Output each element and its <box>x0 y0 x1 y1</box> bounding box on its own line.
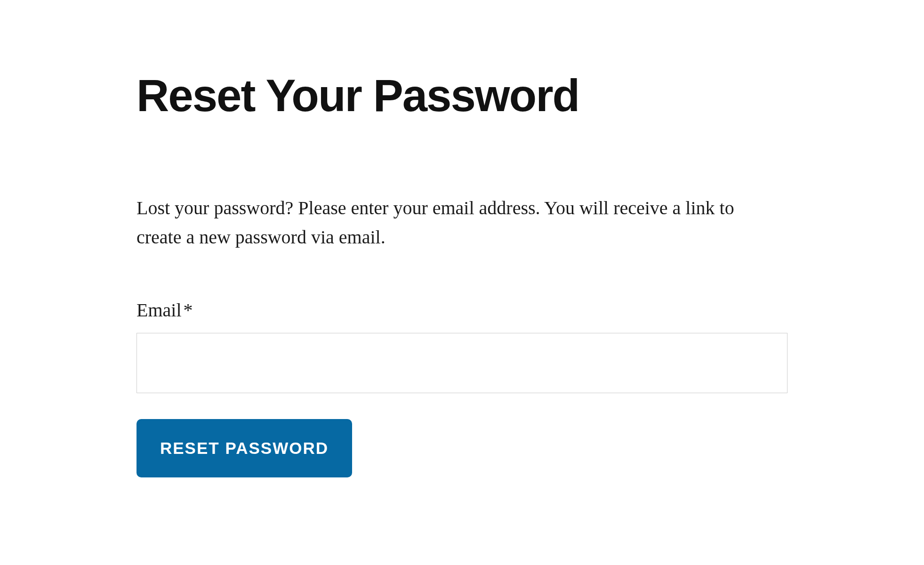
page-description: Lost your password? Please enter your em… <box>137 194 739 252</box>
email-label: Email <box>137 299 182 321</box>
reset-password-container: Reset Your Password Lost your password? … <box>0 0 924 477</box>
reset-password-button[interactable]: RESET PASSWORD <box>137 419 352 477</box>
email-field[interactable] <box>137 333 787 393</box>
email-label-wrapper: Email * <box>137 310 193 318</box>
page-title: Reset Your Password <box>137 71 787 121</box>
required-asterisk: * <box>184 299 193 321</box>
email-form-group: Email * <box>137 299 787 393</box>
